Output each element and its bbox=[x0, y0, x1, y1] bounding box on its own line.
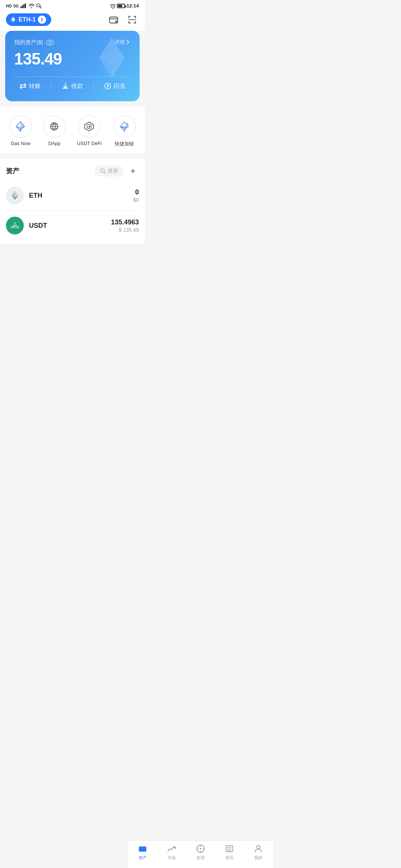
asset-label-text: 我的资产($) bbox=[14, 39, 43, 46]
svg-text:ERC20: ERC20 bbox=[11, 226, 19, 228]
divider-1 bbox=[51, 82, 51, 90]
network-arrow bbox=[38, 16, 46, 24]
time-display: 12:14 bbox=[127, 3, 139, 9]
svg-text:EVM: EVM bbox=[121, 126, 127, 128]
asset-card: 我的资产($) 详情 135.49 bbox=[5, 31, 140, 101]
svg-rect-2 bbox=[23, 4, 25, 8]
svg-text:₮: ₮ bbox=[88, 125, 91, 129]
svg-text:T: T bbox=[14, 222, 16, 226]
eye-icon[interactable] bbox=[46, 40, 54, 46]
usdt-usd: $ 135.49 bbox=[111, 227, 139, 233]
svg-point-5 bbox=[37, 5, 38, 6]
eth-values: 0 $0 bbox=[133, 188, 139, 203]
assets-section: 资产 搜索 + bbox=[0, 158, 145, 244]
svg-rect-0 bbox=[20, 6, 22, 8]
svg-marker-11 bbox=[13, 17, 15, 21]
transfer-icon bbox=[19, 82, 27, 90]
network-label: ETH-1 bbox=[19, 16, 36, 23]
app-header: ETH-1 bbox=[0, 10, 145, 31]
eth-icon bbox=[6, 187, 24, 204]
scan-button[interactable] bbox=[125, 13, 139, 26]
status-left: HD 5G bbox=[6, 3, 42, 9]
add-icon: + bbox=[130, 167, 136, 175]
flash-icon bbox=[104, 82, 111, 90]
battery-icon bbox=[117, 4, 125, 8]
eth-amount: 0 bbox=[133, 188, 139, 196]
svg-marker-23 bbox=[16, 126, 20, 131]
usdt-defi-label: USDT DeFi bbox=[77, 141, 101, 146]
eth-usd: $0 bbox=[133, 197, 139, 203]
receive-icon bbox=[62, 82, 69, 90]
asset-item-eth[interactable]: ETH 0 $0 bbox=[6, 181, 139, 211]
quick-chain-icon: EVM bbox=[119, 121, 130, 132]
svg-point-6 bbox=[38, 5, 39, 6]
usdt-icon: T ERC20 bbox=[6, 217, 24, 234]
dapp-icon-circle bbox=[43, 115, 65, 138]
assets-controls: 搜索 + bbox=[95, 165, 139, 177]
header-actions bbox=[107, 13, 139, 26]
add-asset-button[interactable]: + bbox=[127, 165, 139, 177]
usdt-amount: 135.4963 bbox=[111, 218, 139, 226]
wifi-icon bbox=[29, 4, 35, 8]
eth-logo-small bbox=[10, 16, 16, 23]
chain-icon-circle: EVM bbox=[113, 115, 136, 138]
status-right: 12:14 bbox=[110, 3, 139, 9]
svg-marker-40 bbox=[15, 191, 18, 197]
gas-now-label: Gas Now bbox=[11, 141, 30, 146]
wallet-add-icon bbox=[108, 14, 119, 25]
flash-button[interactable]: 闪兑 bbox=[104, 82, 125, 90]
quick-chain-label: 快捷加链 bbox=[115, 141, 134, 147]
network-badge[interactable]: ETH-1 bbox=[6, 13, 51, 26]
wallet-button[interactable] bbox=[107, 13, 120, 26]
search-placeholder: 搜索 bbox=[108, 168, 118, 174]
usdt-name: USDT bbox=[29, 222, 111, 230]
quick-nav-gas[interactable]: Gas Now bbox=[9, 115, 32, 147]
quick-nav: Gas Now DApp ₮ U bbox=[0, 106, 145, 153]
signal-icon bbox=[20, 3, 27, 8]
divider-2 bbox=[94, 82, 94, 90]
svg-line-36 bbox=[104, 172, 105, 174]
alarm-icon bbox=[110, 3, 115, 9]
svg-point-16 bbox=[49, 41, 52, 44]
eth-watermark bbox=[91, 37, 132, 80]
flash-label: 闪兑 bbox=[114, 82, 125, 90]
gas-now-icon bbox=[15, 121, 26, 132]
receive-button[interactable]: 收款 bbox=[62, 82, 83, 90]
svg-rect-1 bbox=[22, 5, 23, 8]
quick-nav-chain[interactable]: EVM 快捷加链 bbox=[113, 115, 136, 147]
usdt-info: USDT bbox=[29, 222, 111, 230]
asset-item-usdt[interactable]: T ERC20 USDT 135.4963 $ 135.49 bbox=[6, 211, 139, 240]
defi-icon-circle: ₮ bbox=[78, 115, 100, 138]
usdt-defi-icon: ₮ bbox=[84, 121, 95, 132]
eth-info: ETH bbox=[29, 192, 133, 200]
svg-marker-20 bbox=[112, 37, 124, 66]
quick-nav-dapp[interactable]: DApp bbox=[43, 115, 65, 147]
asset-label-row: 我的资产($) bbox=[14, 39, 54, 46]
receive-label: 收款 bbox=[71, 82, 83, 90]
quick-nav-defi[interactable]: ₮ USDT DeFi bbox=[77, 115, 101, 147]
network-indicator: 5G bbox=[13, 4, 19, 8]
transfer-button[interactable]: 转账 bbox=[19, 82, 41, 90]
dapp-icon bbox=[49, 121, 60, 132]
scan-icon bbox=[127, 14, 137, 25]
transfer-label: 转账 bbox=[29, 82, 41, 90]
hd-indicator: HD bbox=[6, 4, 12, 8]
search-button[interactable]: 搜索 bbox=[95, 165, 123, 177]
ethereum-logo bbox=[10, 190, 20, 201]
usdt-values: 135.4963 $ 135.49 bbox=[111, 218, 139, 233]
status-bar: HD 5G bbox=[0, 0, 145, 10]
dapp-label: DApp bbox=[48, 141, 61, 146]
svg-point-13 bbox=[116, 22, 117, 22]
svg-point-15 bbox=[46, 40, 54, 45]
search-icon bbox=[100, 168, 106, 174]
asset-list: ETH 0 $0 T ERC20 USDT bbox=[6, 181, 139, 244]
wechat-icon bbox=[36, 3, 42, 9]
assets-header: 资产 搜索 + bbox=[6, 158, 139, 181]
svg-rect-3 bbox=[25, 3, 26, 8]
usdt-logo: T ERC20 bbox=[9, 220, 21, 231]
assets-title: 资产 bbox=[6, 167, 19, 175]
gas-icon-circle bbox=[9, 115, 32, 138]
eth-name: ETH bbox=[29, 192, 133, 200]
